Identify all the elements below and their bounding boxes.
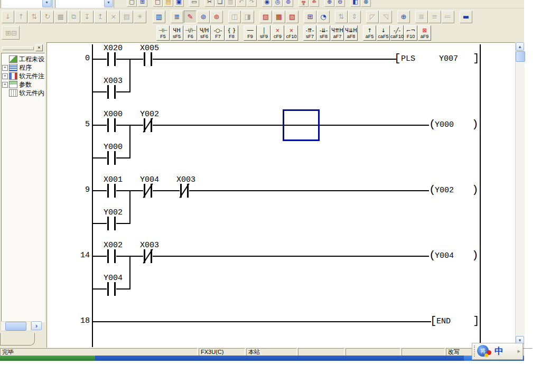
tree-item-project[interactable]: 工程未设置	[2, 55, 44, 63]
ladder-editor[interactable]	[46, 42, 516, 348]
taskbar-start-strip[interactable]	[0, 356, 95, 361]
expand-icon[interactable]: +	[2, 82, 8, 88]
fkey-parallel-falling-pulse[interactable]: Ч⇊Н aF8	[344, 25, 358, 41]
contact-no[interactable]	[107, 217, 116, 230]
new-project-icon[interactable]: □	[153, 0, 163, 7]
open-project-icon[interactable]: ▤	[163, 0, 173, 7]
cut-icon[interactable]: ✂	[204, 0, 214, 7]
contact-nc[interactable]	[143, 184, 153, 198]
contact-no[interactable]	[107, 85, 116, 99]
note-display-icon[interactable]: ≔	[442, 11, 454, 23]
fkey-closed-contact[interactable]: ⊣/⊢ F6	[184, 25, 197, 41]
expand-icon[interactable]: +	[2, 65, 8, 71]
ladder-mark-icon[interactable]: ◧	[350, 0, 360, 7]
upload-icon[interactable]: ↑	[15, 11, 27, 23]
comment-display-icon[interactable]: ≣	[415, 11, 428, 23]
scroll-up-icon[interactable]: ▴	[516, 42, 524, 51]
monitor-start-icon[interactable]: ◫	[228, 11, 241, 23]
device-test-on-icon[interactable]: ╦	[299, 0, 309, 7]
device-test-off-icon[interactable]: ╩	[309, 0, 319, 7]
download-icon[interactable]: ↓	[2, 11, 14, 23]
find-device-icon[interactable]: ⊚	[283, 0, 293, 7]
refresh-icon[interactable]: ↻	[41, 11, 54, 23]
partial-execution-icon[interactable]: ▧	[286, 11, 299, 23]
ime-expand-icon[interactable]: ▸	[517, 348, 520, 354]
statement-display-icon[interactable]: ≡	[428, 11, 441, 23]
contact-nc[interactable]	[143, 249, 153, 263]
close-icon[interactable]: ×	[35, 44, 43, 51]
paste-icon[interactable]: ▥	[226, 0, 236, 7]
fkey-delete-horizontal-line[interactable]: × cF9	[271, 25, 284, 41]
panel-bottom-tab[interactable]	[0, 333, 35, 346]
print-icon[interactable]: ▭	[189, 0, 199, 7]
fkey-parallel-closed-contact[interactable]: Ч/Н sF6	[198, 25, 211, 41]
chevron-down-icon[interactable]: ▼	[104, 0, 113, 7]
clock-setting-icon[interactable]: ◔	[317, 11, 330, 23]
chevron-down-icon[interactable]: ▼	[42, 0, 51, 7]
fkey-application-instruction[interactable]: { } F8	[225, 25, 238, 41]
zoom-out-icon[interactable]: ⊖	[335, 0, 345, 7]
program-utility-icon[interactable]: ⊞⊟	[2, 26, 20, 40]
taskbar-strip[interactable]	[95, 356, 464, 361]
contact-no[interactable]	[107, 184, 116, 198]
skip-execution-icon[interactable]: ▦	[273, 11, 285, 23]
contact-no[interactable]	[107, 52, 116, 66]
undo-icon[interactable]: ↶	[236, 0, 246, 7]
contact-no[interactable]	[107, 118, 116, 132]
fkey-edit-line[interactable]: ⌐¬ F10	[404, 25, 417, 41]
connection-display-icon[interactable]: ≣	[171, 11, 183, 23]
contact-no[interactable]	[107, 151, 116, 165]
panel-h-scrollbar[interactable]	[1, 321, 31, 331]
instruction-bracket[interactable]: [	[394, 52, 401, 64]
screen-capture-icon[interactable]: ▩	[54, 11, 67, 23]
page-setting-icon[interactable]: ▢	[127, 0, 137, 7]
fkey-rising-edge[interactable]: ↑ aF5	[363, 25, 376, 41]
panel-grip[interactable]	[2, 46, 34, 50]
program-change-icon[interactable]: ⇕	[348, 11, 361, 23]
fkey-open-contact[interactable]: ⊣⊢ F5	[156, 25, 170, 41]
jump-destination-icon[interactable]: ◹	[379, 11, 392, 23]
find-replace-icon[interactable]: ◎	[273, 0, 283, 7]
tree-item-parameter[interactable]: + 参数	[2, 80, 44, 89]
fkey-parallel-open-contact[interactable]: ЧН sF5	[170, 25, 183, 41]
program-select-combo[interactable]: ▼	[1, 0, 52, 8]
online-change-icon[interactable]: ⇅	[335, 11, 348, 23]
ime-grip[interactable]	[474, 346, 477, 357]
scroll-right-icon[interactable]: ›	[31, 321, 42, 330]
fkey-parallel-rising-pulse[interactable]: Ч⇈Н aF7	[331, 25, 344, 41]
tree-item-device-memory[interactable]: 软元件内存	[2, 89, 44, 97]
ime-language-indicator[interactable]: 中	[495, 346, 503, 357]
pan-icon[interactable]: ✳	[134, 11, 146, 23]
monitor-mode-icon[interactable]: ⊚	[210, 11, 223, 23]
help-icon[interactable]: ⊗	[361, 0, 371, 7]
fkey-delete-line[interactable]: ⊠ aF9	[418, 25, 431, 41]
scrollbar-thumb[interactable]	[5, 322, 26, 331]
contact-no[interactable]	[107, 249, 116, 263]
device-test-icon[interactable]: ▨	[259, 11, 272, 23]
jump-source-icon[interactable]: ◸	[366, 11, 379, 23]
fkey-falling-pulse[interactable]: -⇊- sF8	[317, 25, 330, 41]
enlarge-ladder-icon[interactable]: ⊕	[397, 11, 410, 23]
copy-icon[interactable]: ❏	[215, 0, 225, 7]
contact-no[interactable]	[143, 52, 153, 66]
ladder-v-scrollbar[interactable]: ▴ ▾	[515, 42, 525, 348]
fkey-vertical-line[interactable]: │ sF9	[257, 25, 270, 41]
fkey-falling-edge[interactable]: ↓ caF5	[377, 25, 390, 41]
write-mode-icon[interactable]: ✎	[184, 11, 197, 23]
contact-no[interactable]	[107, 282, 116, 296]
device-select-combo[interactable]: ▼	[55, 0, 114, 8]
ladder-view-icon[interactable]: ▥	[153, 11, 165, 23]
step-execution-icon[interactable]: ⇅	[28, 11, 41, 23]
read-mode-icon[interactable]: ⊚	[197, 11, 210, 23]
row-insert-icon[interactable]: ↧	[81, 11, 94, 23]
device-memory-icon[interactable]: ⊞	[304, 11, 316, 23]
find-icon[interactable]: ◉	[262, 0, 272, 7]
expand-icon[interactable]: +	[2, 73, 8, 79]
tree-item-device-comment[interactable]: + 软元件注释	[2, 72, 44, 80]
tree-item-program[interactable]: + 程序	[2, 63, 44, 72]
fkey-horizontal-line[interactable]: ── F9	[244, 25, 257, 41]
project-tree-toggle-icon[interactable]: ⊞	[137, 0, 147, 7]
monitor-stop-icon[interactable]: ◨	[241, 11, 254, 23]
fkey-rising-pulse[interactable]: -⇈- sF7	[303, 25, 316, 41]
cascade-icon[interactable]: ⧉	[68, 11, 80, 23]
